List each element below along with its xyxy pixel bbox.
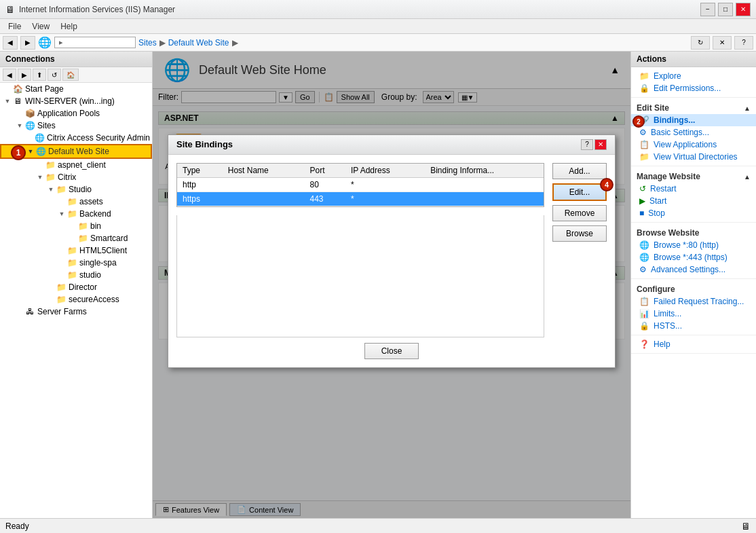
refresh-button[interactable]: ↻ bbox=[691, 36, 710, 50]
action-advanced-settings[interactable]: ⚙ Advanced Settings... bbox=[631, 263, 756, 276]
advanced-settings-label: Advanced Settings... bbox=[651, 265, 725, 274]
remove-button[interactable]: Remove bbox=[552, 205, 607, 221]
secure-access-icon: 📁 bbox=[56, 294, 67, 305]
dialog-footer: Close bbox=[176, 343, 607, 359]
toolbar-forward[interactable]: ▶ bbox=[18, 69, 31, 81]
manage-website-expand[interactable]: ▲ bbox=[744, 173, 751, 181]
default-site-toggle[interactable]: ▼ bbox=[26, 148, 35, 155]
title-bar-controls: − □ ✕ bbox=[700, 3, 751, 16]
maximize-button[interactable]: □ bbox=[718, 3, 733, 16]
server-farms-icon: 🖧 bbox=[24, 306, 35, 317]
action-bindings[interactable]: 🔗 Bindings... bbox=[631, 114, 756, 126]
dialog-body: Type Host Name Port IP Address Binding I… bbox=[168, 155, 615, 367]
action-basic-settings[interactable]: ⚙ Basic Settings... bbox=[631, 126, 756, 139]
single-spa-label: single-spa bbox=[79, 258, 117, 268]
tree-bin[interactable]: 📁 bin bbox=[0, 220, 152, 232]
help-label: Help bbox=[654, 339, 670, 349]
help-nav-button[interactable]: ? bbox=[734, 36, 753, 50]
edit-site-title: Edit Site ▲ bbox=[631, 100, 756, 114]
menu-help[interactable]: Help bbox=[55, 20, 83, 33]
back-button[interactable]: ◀ bbox=[3, 36, 18, 50]
binding-row-http[interactable]: http 80 * bbox=[177, 177, 544, 191]
bindings-label: Bindings... bbox=[654, 115, 695, 125]
action-start[interactable]: ▶ Start bbox=[631, 195, 756, 207]
tree-start-page[interactable]: 🏠 Start Page bbox=[0, 83, 152, 95]
toolbar-home[interactable]: 🏠 bbox=[62, 69, 79, 81]
actions-header: Actions bbox=[631, 52, 756, 67]
aspnet-label: aspnet_client bbox=[58, 160, 106, 170]
citrix-toggle[interactable]: ▼ bbox=[35, 174, 45, 181]
action-bindings-wrapper: 🔗 Bindings... 2 bbox=[631, 114, 756, 126]
site-bindings-dialog: Site Bindings ? ✕ bbox=[168, 134, 616, 368]
dialog-table-wrapper: Type Host Name Port IP Address Binding I… bbox=[176, 163, 544, 337]
tree-aspnet-client[interactable]: 📁 aspnet_client bbox=[0, 159, 152, 171]
breadcrumb-default-web-site[interactable]: Default Web Site bbox=[168, 38, 229, 48]
address-input: ▸ bbox=[54, 37, 136, 48]
default-site-icon: 🌐 bbox=[35, 146, 46, 157]
tree-smartcard[interactable]: 📁 Smartcard bbox=[0, 232, 152, 244]
tree-server-farms[interactable]: 🖧 Server Farms bbox=[0, 306, 152, 318]
action-hsts[interactable]: 🔒 HSTS... bbox=[631, 320, 756, 332]
tree-server[interactable]: ▼ 🖥 WIN-SERVER (win...ing) bbox=[0, 95, 152, 107]
toolbar-back[interactable]: ◀ bbox=[3, 69, 16, 81]
browse-button[interactable]: Browse bbox=[552, 225, 607, 242]
minimize-button[interactable]: − bbox=[700, 3, 715, 16]
action-limits[interactable]: 📊 Limits... bbox=[631, 308, 756, 320]
dialog-help-btn[interactable]: ? bbox=[581, 139, 593, 150]
toolbar-refresh[interactable]: ↺ bbox=[48, 69, 61, 81]
tree-html5client[interactable]: 📁 HTML5Client bbox=[0, 244, 152, 257]
sites-icon: 🌐 bbox=[24, 120, 35, 131]
forward-button[interactable]: ▶ bbox=[20, 36, 35, 50]
tree-citrix[interactable]: ▼ 📁 Citrix bbox=[0, 171, 152, 183]
tree-single-spa[interactable]: 📁 single-spa bbox=[0, 257, 152, 269]
smartcard-icon: 📁 bbox=[77, 233, 88, 244]
tree-secure-access[interactable]: 📁 secureAccess bbox=[0, 293, 152, 306]
stop-nav-button[interactable]: ✕ bbox=[713, 36, 732, 50]
app-pools-icon: 📦 bbox=[24, 108, 35, 119]
action-help[interactable]: ❓ Help bbox=[631, 338, 756, 350]
main-layout: Connections ◀ ▶ ⬆ ↺ 🏠 🏠 Start Page ▼ 🖥 W… bbox=[0, 52, 756, 518]
close-button[interactable]: ✕ bbox=[736, 3, 751, 16]
tree-sites[interactable]: ▼ 🌐 Sites bbox=[0, 120, 152, 132]
tree-assets[interactable]: 📁 assets bbox=[0, 196, 152, 208]
content-area: 🌐 Default Web Site Home ▲ Filter: ▼ Go 📋… bbox=[153, 52, 630, 518]
tree-citrix-access[interactable]: 🌐 Citrix Access Security Admin bbox=[0, 132, 152, 144]
action-restart[interactable]: ↺ Restart bbox=[631, 183, 756, 195]
tree-director[interactable]: 📁 Director bbox=[0, 281, 152, 293]
restart-label: Restart bbox=[650, 184, 677, 194]
backend-toggle[interactable]: ▼ bbox=[57, 210, 67, 217]
action-browse-80[interactable]: 🌐 Browse *:80 (http) bbox=[631, 239, 756, 251]
tree-studio-child[interactable]: 📁 studio bbox=[0, 269, 152, 281]
menu-view[interactable]: View bbox=[26, 20, 55, 33]
server-toggle[interactable]: ▼ bbox=[3, 98, 12, 105]
browser-globe-icon: 🌐 bbox=[38, 36, 52, 49]
view-virtual-dirs-label: View Virtual Directories bbox=[654, 152, 738, 162]
action-browse-443[interactable]: 🌐 Browse *:443 (https) bbox=[631, 251, 756, 263]
action-view-applications[interactable]: 📋 View Applications bbox=[631, 139, 756, 151]
sites-toggle[interactable]: ▼ bbox=[15, 122, 24, 129]
action-failed-request-tracing[interactable]: 📋 Failed Request Tracing... bbox=[631, 295, 756, 308]
edit-site-expand[interactable]: ▲ bbox=[744, 105, 751, 112]
edit-permissions-icon: 🔒 bbox=[639, 84, 649, 93]
tree-app-pools[interactable]: 📦 Application Pools bbox=[0, 107, 152, 120]
failed-request-icon: 📋 bbox=[639, 297, 649, 306]
tree-default-web-site-wrapper: ▼ 🌐 Default Web Site 1 bbox=[0, 144, 152, 159]
tree-backend[interactable]: ▼ 📁 Backend bbox=[0, 208, 152, 220]
toolbar-up[interactable]: ⬆ bbox=[33, 69, 46, 81]
action-edit-permissions[interactable]: 🔒 Edit Permissions... bbox=[631, 82, 756, 94]
breadcrumb-sites[interactable]: Sites bbox=[138, 38, 157, 48]
action-view-virtual-dirs[interactable]: 📁 View Virtual Directories bbox=[631, 151, 756, 163]
https-hostname bbox=[223, 191, 305, 206]
add-button[interactable]: Add... bbox=[552, 163, 607, 179]
help-icon: ❓ bbox=[639, 339, 649, 349]
dialog-close-btn[interactable]: ✕ bbox=[594, 139, 607, 150]
close-dialog-button[interactable]: Close bbox=[364, 343, 419, 359]
dialog-table-container: Type Host Name Port IP Address Binding I… bbox=[176, 163, 544, 207]
menu-file[interactable]: File bbox=[3, 20, 26, 33]
action-stop[interactable]: ■ Stop bbox=[631, 207, 756, 219]
binding-row-https[interactable]: https 443 * bbox=[177, 191, 544, 206]
tree-studio[interactable]: ▼ 📁 Studio bbox=[0, 183, 152, 196]
edit-button[interactable]: Edit... 4 bbox=[552, 183, 607, 201]
action-explore[interactable]: 📁 Explore bbox=[631, 70, 756, 82]
studio-toggle[interactable]: ▼ bbox=[46, 186, 56, 193]
